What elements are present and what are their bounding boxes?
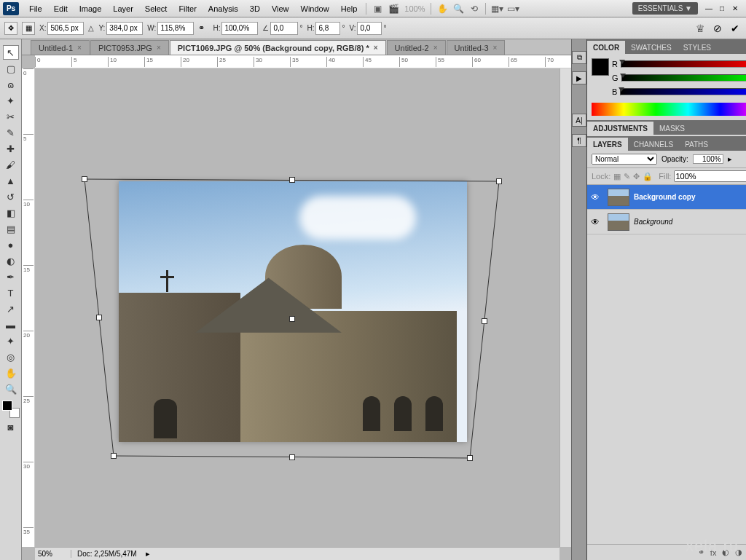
3d-camera-tool[interactable]: ◎ — [3, 350, 19, 364]
lock-position-icon[interactable]: ✥ — [633, 172, 640, 181]
minimize-button[interactable]: — — [704, 4, 714, 14]
move-tool[interactable]: ↖ — [3, 45, 19, 60]
tab-swatches[interactable]: SWATCHES — [625, 41, 678, 54]
eraser-tool[interactable]: ◧ — [3, 205, 19, 220]
transform-handle-mr[interactable] — [482, 318, 487, 324]
transform-center-point[interactable] — [289, 316, 295, 322]
close-icon[interactable]: × — [493, 44, 498, 52]
transform-handle-tr[interactable] — [496, 178, 502, 184]
3d-tool[interactable]: ✦ — [3, 334, 19, 348]
layer-thumbnail[interactable] — [608, 189, 629, 206]
chevron-right-icon[interactable]: ▸ — [146, 549, 150, 559]
canvas-viewport[interactable] — [35, 68, 560, 547]
wand-tool[interactable]: ✦ — [3, 93, 19, 108]
transform-handle-br[interactable] — [467, 455, 473, 461]
cancel-transform-icon[interactable]: ⊘ — [711, 22, 724, 35]
close-button[interactable]: ✕ — [730, 4, 740, 14]
brush-tool[interactable]: 🖌 — [3, 157, 19, 172]
zoom-tool-icon[interactable]: 🔍 — [452, 2, 465, 15]
link-wh-icon[interactable]: ⚭ — [198, 23, 208, 33]
shear-h-input[interactable] — [315, 22, 340, 35]
menu-select[interactable]: Select — [139, 3, 173, 15]
warp-mode-icon[interactable]: ♕ — [694, 22, 707, 35]
angle-input[interactable] — [270, 22, 298, 35]
close-icon[interactable]: × — [77, 44, 82, 52]
layer-row[interactable]: 👁 Background 🔒 — [587, 210, 746, 234]
tab-styles[interactable]: STYLES — [678, 41, 717, 54]
document-tab[interactable]: Untitled-1× — [31, 40, 90, 55]
eyedropper-tool[interactable]: ✎ — [3, 125, 19, 140]
lock-all-icon[interactable]: 🔒 — [643, 172, 653, 181]
h-input[interactable] — [221, 22, 258, 35]
lock-pixels-icon[interactable]: ✎ — [624, 172, 630, 181]
menu-layer[interactable]: Layer — [107, 3, 139, 15]
menu-image[interactable]: Image — [74, 3, 108, 15]
r-slider[interactable] — [621, 60, 746, 68]
workspace-switcher[interactable]: ESSENTIALS ▼ — [632, 2, 698, 15]
document-tab-active[interactable]: PICT1069.JPG @ 50% (Background copy, RGB… — [170, 40, 386, 55]
g-slider[interactable] — [621, 74, 746, 82]
transform-handle-tl[interactable] — [82, 176, 87, 182]
launch-bridge-icon[interactable]: ▣ — [371, 2, 384, 15]
x-input[interactable] — [47, 22, 84, 35]
visibility-icon[interactable]: 👁 — [587, 192, 603, 202]
menu-file[interactable]: File — [23, 3, 48, 15]
stamp-tool[interactable]: ▲ — [3, 173, 19, 188]
commit-transform-icon[interactable]: ✔ — [729, 22, 742, 35]
history-brush-tool[interactable]: ↺ — [3, 189, 19, 204]
menu-window[interactable]: Window — [295, 3, 335, 15]
zoom-level[interactable]: 50% — [35, 550, 71, 558]
menu-edit[interactable]: Edit — [48, 3, 74, 15]
menu-analysis[interactable]: Analysis — [203, 3, 244, 15]
rotate-view-icon[interactable]: ⟲ — [468, 2, 481, 15]
close-icon[interactable]: × — [157, 44, 161, 52]
fill-input[interactable] — [674, 170, 746, 182]
tab-paths[interactable]: PATHS — [679, 138, 714, 151]
arrange-docs-icon[interactable]: ▦▾ — [490, 2, 503, 15]
reference-point-icon[interactable]: ▦ — [22, 22, 35, 35]
lock-transparency-icon[interactable]: ▦ — [613, 172, 621, 181]
tab-layers[interactable]: LAYERS — [587, 138, 628, 151]
path-tool[interactable]: ↗ — [3, 301, 19, 316]
document-tab[interactable]: PICT0953.JPG× — [90, 40, 169, 55]
b-slider[interactable] — [620, 88, 746, 95]
tab-adjustments[interactable]: ADJUSTMENTS — [587, 122, 653, 135]
layer-name[interactable]: Background — [634, 218, 672, 226]
canvas[interactable] — [119, 181, 467, 442]
hand-tool[interactable]: ✋ — [3, 366, 19, 380]
hand-tool-icon[interactable]: ✋ — [436, 2, 449, 15]
color-swatches[interactable] — [2, 401, 20, 418]
tab-channels[interactable]: CHANNELS — [628, 138, 679, 151]
quick-mask-tool[interactable]: ◙ — [3, 419, 19, 434]
blur-tool[interactable]: ● — [3, 237, 19, 252]
w-input[interactable] — [157, 22, 194, 35]
close-icon[interactable]: × — [374, 44, 378, 52]
tab-color[interactable]: COLOR — [587, 41, 625, 54]
zoom-tool[interactable]: 🔍 — [3, 382, 19, 396]
transform-handle-bl[interactable] — [111, 453, 117, 459]
menu-view[interactable]: View — [266, 3, 295, 15]
lasso-tool[interactable]: ɷ — [3, 77, 19, 92]
crop-tool[interactable]: ✂ — [3, 109, 19, 124]
menu-filter[interactable]: Filter — [173, 3, 202, 15]
color-preview[interactable] — [592, 58, 609, 76]
chevron-right-icon[interactable]: ▸ — [728, 154, 732, 164]
document-tab[interactable]: Untitled-3× — [447, 40, 506, 55]
opacity-input[interactable] — [693, 154, 723, 164]
blend-mode-select[interactable]: Normal — [592, 154, 657, 165]
screen-mode-icon[interactable]: ▭▾ — [506, 2, 519, 15]
pen-tool[interactable]: ✒ — [3, 269, 19, 284]
view-extras-icon[interactable]: 🎬 — [387, 2, 400, 15]
transform-handle-bc[interactable] — [289, 454, 295, 460]
delta-icon[interactable]: △ — [88, 24, 94, 32]
actions-panel-icon[interactable]: ▶ — [572, 71, 586, 84]
color-spectrum[interactable] — [592, 103, 746, 116]
gradient-tool[interactable]: ▤ — [3, 221, 19, 236]
maximize-button[interactable]: □ — [717, 4, 727, 14]
shape-tool[interactable]: ▬ — [3, 318, 19, 332]
transform-handle-ml[interactable] — [96, 315, 102, 320]
document-tab[interactable]: Untitled-2× — [387, 40, 446, 55]
healing-tool[interactable]: ✚ — [3, 141, 19, 156]
marquee-tool[interactable]: ▢ — [3, 61, 19, 76]
history-panel-icon[interactable]: ⧉ — [572, 51, 586, 64]
